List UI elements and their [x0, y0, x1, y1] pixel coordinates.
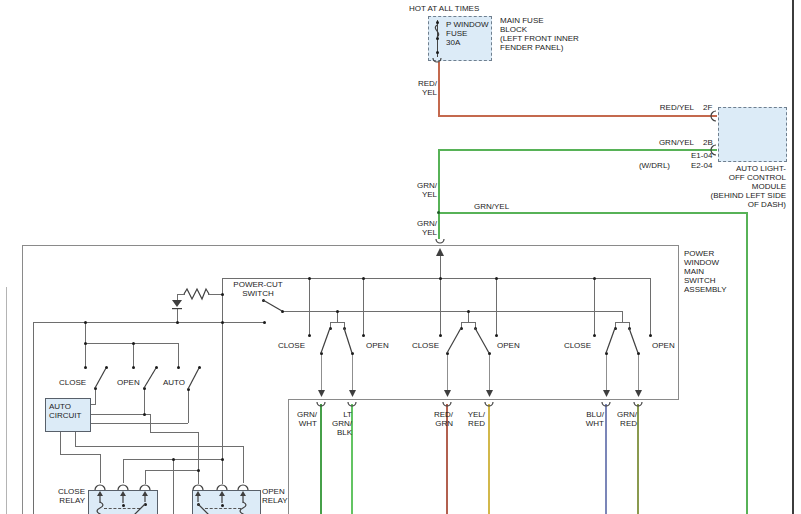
assembly-entry-connector-icon	[436, 239, 444, 243]
pair1-close-label: CLOSE	[265, 341, 305, 350]
grn-yel-branch-wire-vertical	[746, 212, 748, 514]
pair3-close-label: CLOSE	[551, 341, 591, 350]
grn-pin-wire-label: GRN/YEL	[654, 138, 694, 147]
close-relay-label: CLOSERELAY	[45, 487, 85, 505]
driver-close-label: CLOSE	[59, 378, 86, 387]
red-yel-wire	[438, 62, 440, 116]
close-relay-box	[88, 490, 158, 514]
resistor-icon	[184, 289, 209, 299]
pair2-close-label: CLOSE	[399, 341, 439, 350]
power-cut-switch-label: POWER-CUT SWITCH	[230, 280, 286, 298]
open-relay-label: OPENRELAY	[262, 487, 288, 505]
assembly-box-top	[22, 245, 679, 246]
grn-yel-branch-wire	[439, 212, 748, 214]
pair2-open-label: OPEN	[497, 341, 520, 350]
yel-red-wire	[488, 404, 490, 514]
grn-yel-branch-label: GRN/YEL	[474, 202, 509, 211]
driver-open-label: OPEN	[117, 378, 140, 387]
grn-red-label: GRN/RED	[597, 410, 637, 428]
grn-yel-wire-label-upper: GRN/YEL	[407, 181, 437, 199]
open-relay-box	[192, 490, 261, 514]
red-yel-wire-horizontal	[438, 115, 717, 117]
lt-grn-blk-label: LTGRN/BLK	[312, 410, 352, 437]
pair3-open-label: OPEN	[652, 341, 675, 350]
assembly-box-right	[678, 245, 679, 400]
diode-icon	[172, 300, 182, 307]
connector-e1-label: E1-04	[691, 151, 712, 160]
grn-yel-wire-label-lower: GRN/YEL	[407, 219, 437, 237]
assembly-name-label: POWER WINDOW MAIN SWITCH ASSEMBLY	[684, 249, 727, 294]
pair1-open-label: OPEN	[366, 341, 389, 350]
wiring-diagram: HOT AT ALL TIMES P WINDOW FUSE 30A MAIN …	[0, 0, 801, 514]
grn-red-wire	[637, 404, 639, 514]
red-pin-wire-label: RED/YEL	[654, 103, 694, 112]
grn-wht-label: GRN/WHT	[277, 410, 317, 428]
assembly-box-left	[22, 245, 23, 514]
hot-at-all-times-label: HOT AT ALL TIMES	[409, 4, 479, 13]
auto-circuit-label: AUTO CIRCUIT	[49, 402, 81, 420]
grn-yel-wire	[438, 149, 440, 239]
yel-red-label: YEL/RED	[445, 410, 485, 428]
assembly-box-bottom	[288, 399, 679, 400]
module-name-label: AUTO LIGHT- OFF CONTROL MODULE (BEHIND L…	[666, 164, 786, 209]
left-window-border	[6, 287, 7, 514]
red-yel-wire-label: RED/YEL	[407, 79, 437, 97]
grn-pin-number: 2B	[703, 138, 713, 147]
right-window-border	[792, 0, 794, 514]
power-cut-switch-blade	[263, 300, 282, 311]
red-pin-number: 2F	[703, 103, 712, 112]
grn-yel-wire-horizontal	[439, 149, 717, 151]
driver-auto-label: AUTO	[163, 378, 185, 387]
auto-light-off-module-box	[718, 107, 787, 162]
symbols-layer	[0, 0, 801, 514]
wdrl-label: (W/DRL)	[630, 161, 670, 170]
